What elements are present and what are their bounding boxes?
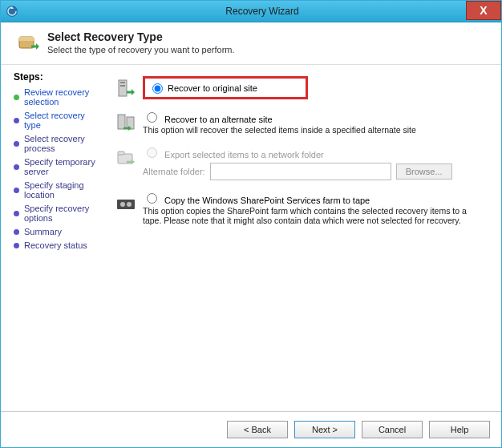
svg-rect-6 [118,115,125,129]
recovery-wizard-window: Recovery Wizard X Select Recovery Type S… [0,0,502,448]
svg-rect-5 [120,85,125,87]
svg-rect-10 [117,200,135,209]
server-restore-icon [115,78,136,99]
page-title: Select Recovery Type [47,30,235,43]
step-specify-temporary-server: Specify temporary server [14,157,103,176]
alternate-folder-label: Alternate folder: [143,167,205,176]
svg-rect-4 [120,82,125,83]
page-header: Select Recovery Type Select the type of … [1,22,501,65]
radio-export-network [147,147,157,158]
step-specify-staging-location: Specify staging location [14,180,103,200]
page-subtitle: Select the type of recovery you want to … [47,45,235,54]
app-icon [6,5,18,18]
footer-buttons: < Back Next > Cancel Help [1,411,501,447]
folder-network-icon [115,147,136,168]
step-summary: Summary [14,227,103,236]
browse-button: Browse... [396,163,452,180]
desc-copy-to-tape: This option copies the SharePoint farm w… [143,206,487,225]
option-recover-alternate: Recover to an alternate site This option… [115,111,487,135]
highlight-box: Recover to original site [143,76,308,99]
alternate-folder-input [210,163,391,180]
option-recover-original: Recover to original site [115,76,487,99]
window-title: Recovery Wizard [23,6,501,17]
label-recover-original: Recover to original site [168,83,257,93]
next-button[interactable]: Next > [294,421,355,438]
svg-rect-9 [118,151,124,155]
help-button[interactable]: Help [429,421,490,438]
desc-recover-alternate: This option will recover the selected it… [143,125,416,135]
svg-point-12 [127,202,132,207]
label-export-network: Export selected items to a network folde… [164,150,324,159]
step-specify-recovery-options: Specify recovery options [14,204,103,223]
step-select-recovery-process: Select recovery process [14,134,103,153]
options-panel: Recover to original site Recover to an a… [109,65,501,407]
steps-sidebar: Steps: Review recovery selection Select … [1,65,109,407]
steps-heading: Steps: [14,71,103,83]
label-copy-to-tape: Copy the Windows SharePoint Services far… [164,196,370,205]
tape-icon [115,193,136,214]
svg-point-11 [120,202,125,207]
recovery-icon [17,32,39,54]
server-alternate-icon [115,112,136,133]
titlebar: Recovery Wizard X [1,1,501,22]
label-recover-alternate: Recover to an alternate site [164,115,273,124]
radio-copy-to-tape[interactable] [147,193,157,204]
radio-recover-original[interactable] [152,83,163,94]
step-select-recovery-type[interactable]: Select recovery type [14,111,103,130]
step-review-recovery-selection[interactable]: Review recovery selection [14,87,103,107]
svg-rect-2 [19,37,34,41]
option-export-network: Export selected items to a network folde… [115,146,487,180]
radio-recover-alternate[interactable] [147,112,157,123]
step-recovery-status: Recovery status [14,240,103,250]
back-button[interactable]: < Back [227,421,288,438]
cancel-button[interactable]: Cancel [362,421,423,438]
close-button[interactable]: X [466,1,501,20]
option-copy-to-tape: Copy the Windows SharePoint Services far… [115,192,487,225]
